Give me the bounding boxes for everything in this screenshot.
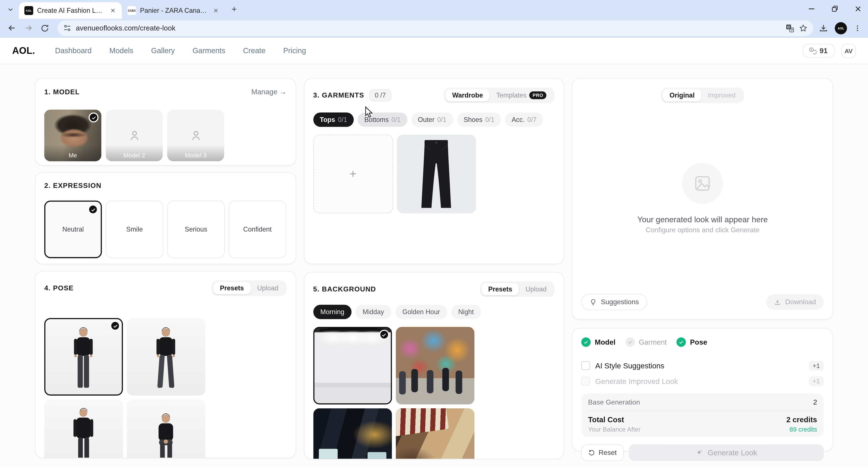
close-window-button[interactable]: [854, 4, 862, 13]
credits-pill[interactable]: 91: [802, 44, 835, 58]
add-garment-slot[interactable]: +: [313, 135, 393, 213]
improved-option[interactable]: Improved: [701, 89, 742, 101]
pose-presets-option[interactable]: Presets: [213, 282, 251, 294]
cost-badge: +1: [809, 376, 824, 386]
expression-smile[interactable]: Smile: [106, 201, 163, 258]
reload-button[interactable]: [38, 21, 52, 35]
toolbar-trailing: AOL: [819, 22, 864, 34]
reset-icon: [589, 449, 595, 456]
check-circle-icon: [677, 338, 686, 347]
zara-favicon-icon: ZARA: [127, 6, 136, 15]
model-card-2[interactable]: Model 2: [106, 110, 163, 161]
site-header: AOL. Dashboard Models Gallery Garments C…: [0, 38, 868, 64]
address-bar[interactable]: avenueoflooks.com/create-look G: [58, 20, 813, 36]
background-paris-cafe[interactable]: [396, 408, 474, 460]
tab-create-ai-fashion-look[interactable]: AOL Create AI Fashion Look | Avenue ✕: [19, 2, 122, 19]
time-golden-hour[interactable]: Golden Hour: [395, 304, 447, 319]
tab-panier-zara[interactable]: ZARA Panier - ZARA Canada ✕: [122, 2, 225, 19]
translate-icon[interactable]: G: [785, 24, 794, 32]
category-label: Tops: [320, 116, 335, 124]
expression-section: 2. EXPRESSION Neutral Smile Serious Conf…: [35, 172, 296, 264]
chevron-down-icon: [7, 6, 14, 13]
tab-close-icon[interactable]: ✕: [212, 6, 220, 15]
selected-check-icon: [110, 321, 120, 331]
new-tab-button[interactable]: +: [227, 2, 242, 17]
category-bottoms[interactable]: Bottoms0/1: [358, 112, 407, 127]
expression-label: Confident: [243, 226, 272, 233]
model-card-label: Model 2: [106, 145, 163, 161]
background-presets-option[interactable]: Presets: [482, 283, 519, 295]
tab-search-button[interactable]: [3, 2, 18, 17]
download-button[interactable]: Download: [767, 294, 824, 310]
back-button[interactable]: [4, 21, 19, 35]
street-figures: [411, 369, 418, 392]
user-avatar[interactable]: AV: [841, 43, 856, 58]
model-card-3[interactable]: Model 3: [167, 110, 224, 161]
time-morning[interactable]: Morning: [313, 304, 352, 319]
expression-neutral[interactable]: Neutral: [44, 201, 102, 258]
nav-models[interactable]: Models: [109, 47, 133, 55]
base-generation-label: Base Generation: [588, 398, 640, 406]
templates-option[interactable]: Templates PRO: [490, 89, 553, 101]
status-pose: Pose: [677, 338, 707, 347]
background-studio[interactable]: [313, 327, 392, 405]
model-section-title: 1. MODEL: [44, 88, 80, 95]
pose-upload-option[interactable]: Upload: [251, 282, 285, 294]
forward-button[interactable]: [21, 21, 35, 35]
status-garment: Garment: [625, 338, 666, 347]
background-night-city[interactable]: [313, 408, 392, 460]
ai-style-suggestions-checkbox[interactable]: [582, 361, 590, 370]
site-logo[interactable]: AOL.: [12, 45, 35, 56]
check-circle-icon: [582, 338, 591, 347]
expression-serious[interactable]: Serious: [167, 201, 225, 258]
pose-thumb-4[interactable]: [127, 400, 206, 458]
original-option[interactable]: Original: [663, 89, 702, 101]
category-tops[interactable]: Tops0/1: [313, 112, 354, 127]
selected-check-icon: [88, 205, 98, 214]
time-midday[interactable]: Midday: [355, 304, 391, 319]
nav-create[interactable]: Create: [243, 47, 266, 55]
background-upload-option[interactable]: Upload: [519, 283, 553, 295]
background-graffiti-street[interactable]: [396, 327, 474, 405]
garment-black-pants[interactable]: [397, 135, 476, 213]
category-outer[interactable]: Outer0/1: [411, 112, 453, 127]
url-text[interactable]: avenueoflooks.com/create-look: [76, 24, 781, 32]
suggestions-button[interactable]: Suggestions: [582, 294, 647, 310]
generate-improved-look-checkbox[interactable]: [582, 377, 590, 386]
templates-label: Templates: [496, 91, 526, 99]
pose-thumb-2[interactable]: [127, 318, 206, 396]
wardrobe-option[interactable]: Wardrobe: [446, 89, 490, 101]
background-section: 5. BACKGROUND Presets Upload Morning Mid…: [304, 272, 564, 459]
site-settings-icon[interactable]: [63, 24, 71, 32]
category-acc[interactable]: Acc.0/7: [505, 112, 543, 127]
pose-figure-sitting: [145, 407, 187, 458]
downloads-icon[interactable]: [819, 23, 828, 33]
model-section: 1. MODEL Manage → Me Model 2: [35, 78, 296, 166]
category-shoes[interactable]: Shoes0/1: [457, 112, 501, 127]
minimize-button[interactable]: [807, 4, 816, 13]
category-label: Acc.: [512, 116, 525, 124]
bookmark-star-icon[interactable]: [799, 24, 808, 32]
generate-improved-look-row: Generate Improved Look +1: [582, 376, 824, 386]
expression-section-title: 2. EXPRESSION: [44, 182, 101, 189]
status-label: Garment: [639, 338, 667, 346]
pose-figure-standing: [63, 326, 104, 395]
generate-look-button[interactable]: Generate Look: [629, 444, 824, 461]
model-card-me[interactable]: Me: [44, 110, 101, 161]
time-night[interactable]: Night: [451, 304, 481, 319]
profile-avatar[interactable]: AOL: [835, 22, 847, 34]
nav-dashboard[interactable]: Dashboard: [55, 47, 92, 55]
pose-thumb-1[interactable]: [44, 318, 123, 396]
nav-garments[interactable]: Garments: [192, 47, 225, 55]
nav-pricing[interactable]: Pricing: [283, 47, 306, 55]
nav-gallery[interactable]: Gallery: [151, 47, 175, 55]
background-source-toggle: Presets Upload: [480, 282, 555, 297]
menu-kebab-icon[interactable]: [854, 24, 861, 32]
expression-confident[interactable]: Confident: [228, 201, 286, 258]
tab-close-icon[interactable]: ✕: [108, 6, 117, 15]
pose-thumb-3[interactable]: [44, 400, 123, 458]
reset-button[interactable]: Reset: [582, 444, 624, 461]
preview-toggle: Original Improved: [661, 88, 744, 103]
restore-button[interactable]: [830, 4, 839, 13]
manage-models-link[interactable]: Manage →: [251, 88, 287, 96]
